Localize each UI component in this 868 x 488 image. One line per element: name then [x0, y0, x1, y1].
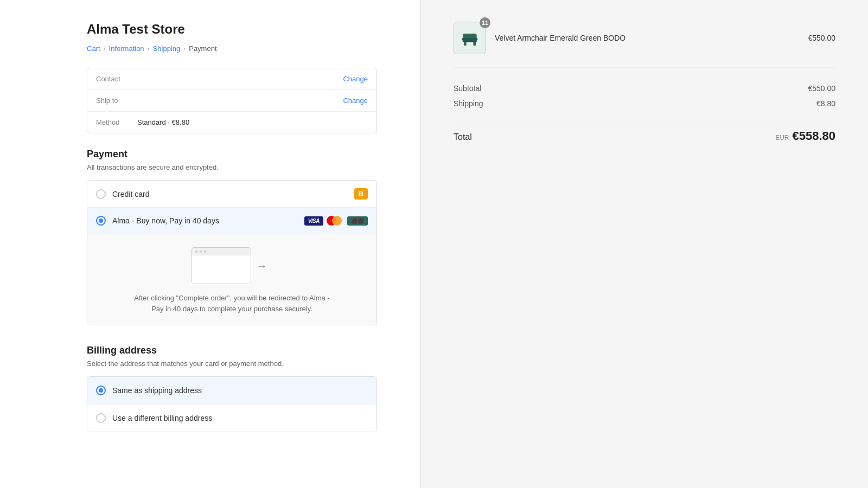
ship-to-label: Ship to	[96, 97, 129, 105]
cart-image-wrap: 11	[454, 22, 486, 54]
redirect-arrow-icon: →	[257, 260, 267, 272]
billing-section: Billing address Select the address that …	[87, 345, 377, 432]
mastercard-icon	[327, 215, 344, 226]
product-price: €550.00	[808, 34, 835, 42]
billing-option-different[interactable]: Use a different billing address	[87, 404, 376, 432]
breadcrumb: Cart › Information › Shipping › Payment	[87, 44, 377, 53]
breadcrumb-shipping[interactable]: Shipping	[153, 44, 181, 53]
billing-subtitle: Select the address that matches your car…	[87, 359, 377, 368]
total-right: EUR €558.80	[775, 129, 835, 143]
subtotal-value: €550.00	[808, 84, 835, 93]
credit-card-icons: B	[354, 188, 368, 200]
browser-body	[192, 255, 251, 284]
payment-options-container: Credit card B Alma - Buy now, Pay in 40 …	[87, 180, 377, 325]
browser-mock	[192, 247, 251, 284]
method-row: Method Standard · €8.80	[87, 112, 376, 133]
subtotal-row: Subtotal €550.00	[454, 81, 835, 96]
contact-row: Contact Change	[87, 68, 376, 90]
billing-options-container: Same as shipping address Use a different…	[87, 376, 377, 432]
cart-item-badge: 11	[480, 17, 490, 28]
shipping-value: €8.80	[816, 99, 835, 108]
total-amount: €558.80	[792, 129, 835, 143]
total-row: Total EUR €558.80	[454, 120, 835, 143]
breadcrumb-information[interactable]: Information	[109, 44, 144, 53]
method-value: Standard · €8.80	[129, 118, 368, 126]
badge-b-icon: B	[354, 188, 368, 200]
chair-icon	[459, 28, 480, 48]
order-summary-panel: 11 Velvet Armchair Emerald Green BODO €5…	[420, 0, 868, 488]
payment-title: Payment	[87, 149, 377, 160]
total-currency: EUR	[775, 134, 789, 142]
payment-option-alma[interactable]: Alma - Buy now, Pay in 40 days VISA ⬛⬛	[87, 208, 376, 234]
billing-title: Billing address	[87, 345, 377, 356]
redirect-text: After clicking "Complete order", you wil…	[129, 293, 335, 314]
cart-item: 11 Velvet Armchair Emerald Green BODO €5…	[454, 22, 835, 68]
order-info-box: Contact Change Ship to Change Method Sta…	[87, 68, 377, 133]
contact-change-link[interactable]: Change	[343, 75, 368, 83]
breadcrumb-sep-1: ›	[104, 45, 106, 53]
summary-rows: Subtotal €550.00 Shipping €8.80	[454, 81, 835, 111]
alma-label: Alma - Buy now, Pay in 40 days	[112, 216, 304, 225]
different-address-radio[interactable]	[96, 413, 106, 423]
breadcrumb-payment: Payment	[189, 44, 216, 53]
total-label: Total	[454, 132, 472, 142]
breadcrumb-sep-3: ›	[183, 45, 186, 53]
same-address-label: Same as shipping address	[112, 386, 202, 395]
alma-payment-icons: VISA ⬛⬛	[304, 215, 368, 226]
ship-to-change-link[interactable]: Change	[343, 97, 368, 105]
shipping-row: Shipping €8.80	[454, 96, 835, 111]
subtotal-label: Subtotal	[454, 84, 481, 93]
billing-option-same[interactable]: Same as shipping address	[87, 377, 376, 404]
same-address-radio[interactable]	[96, 386, 106, 395]
payment-option-credit-card[interactable]: Credit card B	[87, 181, 376, 208]
ship-to-row: Ship to Change	[87, 90, 376, 112]
svg-rect-4	[463, 41, 476, 42]
contact-label: Contact	[96, 75, 129, 83]
alma-card-icon: ⬛⬛	[347, 216, 368, 226]
visa-icon: VISA	[304, 216, 323, 226]
credit-card-label: Credit card	[112, 190, 354, 198]
svg-rect-3	[462, 38, 478, 41]
payment-subtitle: All transactions are secure and encrypte…	[87, 163, 377, 171]
alma-redirect-content: → After clicking "Complete order", you w…	[87, 234, 376, 325]
alma-radio[interactable]	[96, 216, 106, 226]
store-title: Alma Test Store	[87, 22, 377, 37]
breadcrumb-sep-2: ›	[148, 45, 150, 53]
different-address-label: Use a different billing address	[112, 414, 212, 422]
credit-card-radio[interactable]	[96, 189, 106, 199]
method-label: Method	[96, 118, 129, 126]
redirect-illustration: →	[192, 247, 273, 284]
browser-bar	[192, 248, 251, 255]
shipping-label: Shipping	[454, 99, 483, 108]
product-name: Velvet Armchair Emerald Green BODO	[495, 34, 799, 42]
breadcrumb-cart[interactable]: Cart	[87, 44, 100, 53]
payment-section: Payment All transactions are secure and …	[87, 149, 377, 325]
